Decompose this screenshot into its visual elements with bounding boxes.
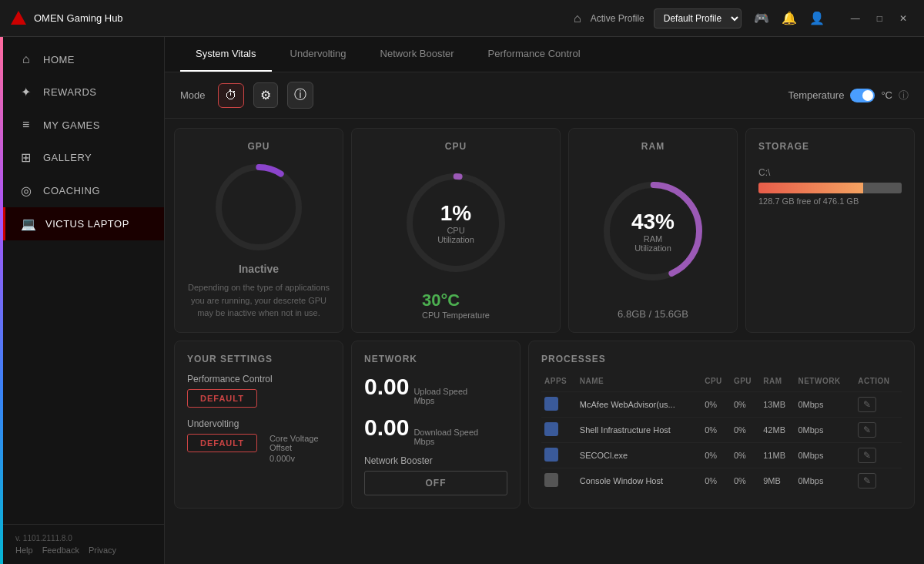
cpu-gauge-center: 1% CPU Utilization xyxy=(429,201,483,244)
proc-name: SECOCl.exe xyxy=(577,442,701,468)
proc-edit-btn[interactable]: ✎ xyxy=(858,448,876,463)
app-layout: ⌂ HOME ✦ REWARDS ≡ MY GAMES ⊞ GALLERY ◎ … xyxy=(0,37,924,564)
download-speed-label: Download Speed xyxy=(413,428,478,437)
download-value: 0.00 xyxy=(364,415,409,441)
proc-cpu: 0% xyxy=(701,442,731,468)
bottom-row: YOUR SETTINGS Performance Control DEFAUL… xyxy=(174,341,915,509)
minimize-button[interactable]: — xyxy=(843,8,868,29)
perf-control-btn[interactable]: DEFAULT xyxy=(187,389,257,408)
network-booster-label: Network Booster xyxy=(364,455,507,466)
close-button[interactable]: ✕ xyxy=(892,8,915,29)
upload-stat: 0.00 Upload Speed Mbps xyxy=(364,374,507,405)
svg-marker-0 xyxy=(11,11,26,25)
sidebar-item-gallery[interactable]: ⊞ GALLERY xyxy=(3,141,164,174)
omen-logo-icon xyxy=(9,9,28,28)
undervolting-detail: Core Voltage Offset 0.000v xyxy=(270,434,330,463)
maximize-button[interactable]: □ xyxy=(869,8,890,29)
temp-info-icon[interactable]: ⓘ xyxy=(899,89,909,102)
storage-free-label: 128.7 GB free of 476.1 GB xyxy=(758,196,902,206)
core-voltage-value: 0.000v xyxy=(270,454,330,463)
col-cpu: CPU xyxy=(701,374,731,392)
proc-cpu: 0% xyxy=(701,468,731,493)
temp-unit-label: °C xyxy=(881,89,892,101)
download-stat: 0.00 Download Speed Mbps xyxy=(364,415,507,446)
profile-selector[interactable]: Default Profile xyxy=(654,8,742,29)
table-row: SECOCl.exe 0% 0% 11MB 0Mbps ✎ xyxy=(541,442,902,468)
proc-ram: 9MB xyxy=(760,468,795,493)
app-icon xyxy=(544,397,558,411)
proc-network: 0Mbps xyxy=(795,391,855,417)
undervolting-row: DEFAULT Core Voltage Offset 0.000v xyxy=(187,434,330,463)
table-row: Console Window Host 0% 0% 9MB 0Mbps ✎ xyxy=(541,468,902,493)
gamepad-icon-btn[interactable]: 🎮 xyxy=(751,8,772,29)
mode-btn-info[interactable]: ⓘ xyxy=(287,82,313,109)
sidebar-item-victus[interactable]: 💻 VICTUS Laptop xyxy=(3,207,164,240)
cpu-title: CPU xyxy=(445,141,467,152)
perf-control-label: Performance Control xyxy=(187,374,330,384)
proc-network: 0Mbps xyxy=(795,468,855,493)
games-icon: ≡ xyxy=(18,118,34,132)
privacy-link[interactable]: Privacy xyxy=(89,546,116,555)
sidebar-item-my-games[interactable]: ≡ MY GAMES xyxy=(3,109,164,141)
undervolting-btn[interactable]: DEFAULT xyxy=(187,434,257,452)
network-card: NETWORK 0.00 Upload Speed Mbps 0.00 xyxy=(351,341,521,509)
storage-free-bar xyxy=(863,183,902,193)
tab-system-vitals[interactable]: System Vitals xyxy=(180,37,272,72)
col-gpu: GPU xyxy=(731,374,760,392)
sidebar-item-home[interactable]: ⌂ HOME xyxy=(3,43,164,76)
table-row: McAfee WebAdvisor(us... 0% 0% 13MB 0Mbps… xyxy=(541,391,902,417)
ram-card: RAM 43% RAM Utilization 6.8GB / 15.6GB xyxy=(568,128,738,333)
ram-utilization-label: RAM Utilization xyxy=(626,234,680,253)
tab-performance-control[interactable]: Performance Control xyxy=(473,37,596,72)
sidebar-item-rewards[interactable]: ✦ REWARDS xyxy=(3,76,164,109)
help-link[interactable]: Help xyxy=(15,546,33,555)
sidebar-label-home: HOME xyxy=(43,54,75,65)
cpu-utilization-label: CPU Utilization xyxy=(429,226,483,244)
sidebar-nav: ⌂ HOME ✦ REWARDS ≡ MY GAMES ⊞ GALLERY ◎ … xyxy=(3,37,164,524)
sidebar: ⌂ HOME ✦ REWARDS ≡ MY GAMES ⊞ GALLERY ◎ … xyxy=(3,37,165,564)
sidebar-label-my-games: MY GAMES xyxy=(43,119,100,131)
gpu-card: GPU Inactive Depending on the type of ap… xyxy=(174,128,343,333)
ram-gauge: 43% RAM Utilization xyxy=(599,177,707,285)
tab-undervolting[interactable]: Undervolting xyxy=(275,37,362,72)
core-voltage-label: Core Voltage Offset xyxy=(270,434,330,452)
app-logo-section: OMEN Gaming Hub xyxy=(9,9,574,28)
col-name: NAME xyxy=(577,374,701,392)
network-booster-btn[interactable]: OFF xyxy=(364,471,507,495)
gpu-ring xyxy=(213,161,305,253)
temperature-toggle[interactable] xyxy=(850,89,875,102)
feedback-link[interactable]: Feedback xyxy=(42,546,79,555)
ram-utilization-value: 43% xyxy=(626,210,680,234)
mode-btn-performance[interactable]: ⏱ xyxy=(218,83,244,108)
mode-label: Mode xyxy=(180,89,206,101)
top-row: GPU Inactive Depending on the type of ap… xyxy=(174,128,915,333)
tabs-bar: System Vitals Undervolting Network Boost… xyxy=(165,37,924,72)
download-unit-label: Mbps xyxy=(413,437,478,446)
upload-row: 0.00 Upload Speed Mbps xyxy=(364,374,507,405)
proc-edit-btn[interactable]: ✎ xyxy=(858,473,876,488)
proc-edit-btn[interactable]: ✎ xyxy=(858,422,876,438)
user-avatar-btn[interactable]: 👤 xyxy=(806,8,828,29)
download-row: 0.00 Download Speed Mbps xyxy=(364,415,507,446)
proc-ram: 13MB xyxy=(760,391,795,417)
titlebar-icons: 🎮 🔔 👤 xyxy=(751,8,828,29)
gpu-description: Depending on the type of applications yo… xyxy=(187,281,330,320)
mode-btn-settings[interactable]: ⚙ xyxy=(253,82,278,108)
tab-network-booster[interactable]: Network Booster xyxy=(365,37,470,72)
proc-edit-btn[interactable]: ✎ xyxy=(858,397,876,412)
proc-network: 0Mbps xyxy=(795,442,855,468)
notification-icon-btn[interactable]: 🔔 xyxy=(778,8,800,29)
table-row: Shell Infrastructure Host 0% 0% 42MB 0Mb… xyxy=(541,417,902,442)
window-controls: — □ ✕ xyxy=(843,8,915,29)
home-nav-icon[interactable]: ⌂ xyxy=(574,12,581,25)
temperature-label: Temperature xyxy=(788,89,844,101)
proc-cpu: 0% xyxy=(701,417,731,442)
sidebar-item-coaching[interactable]: ◎ COACHING xyxy=(3,174,164,207)
proc-gpu: 0% xyxy=(731,417,760,442)
ram-usage-info: 6.8GB / 15.6GB xyxy=(618,308,688,320)
download-labels: Download Speed Mbps xyxy=(413,428,478,446)
upload-labels: Upload Speed Mbps xyxy=(413,387,467,405)
undervolting-setting: Undervolting DEFAULT Core Voltage Offset… xyxy=(187,418,330,463)
storage-used-bar xyxy=(758,183,863,193)
cpu-temp-label: CPU Temperature xyxy=(422,311,490,320)
